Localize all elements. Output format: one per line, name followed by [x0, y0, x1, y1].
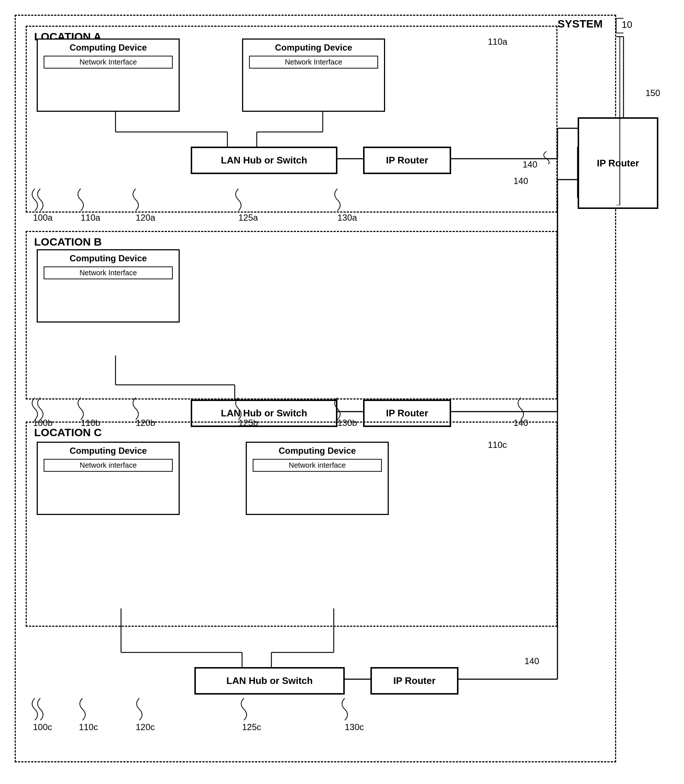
wavy-a5 — [330, 187, 345, 213]
device-a1-title: Computing Device — [38, 40, 179, 54]
device-b1-title: Computing Device — [38, 250, 179, 265]
wavy-a2 — [73, 187, 88, 213]
wavy-a1 — [29, 187, 52, 213]
ref-110c: 110c — [79, 722, 98, 732]
wavy-c4 — [237, 696, 251, 722]
device-a2-title: Computing Device — [243, 40, 384, 54]
computing-device-b1: Computing Device Network Interface — [37, 249, 180, 322]
ref-125a: 125a — [239, 213, 258, 223]
ref-110a-top: 110a — [488, 37, 507, 47]
wavy-c5 — [337, 696, 352, 722]
device-c2-interface: Network interface — [253, 459, 382, 472]
device-c1-title: Computing Device — [38, 443, 179, 457]
computing-device-a2: Computing Device Network Interface — [242, 39, 385, 112]
wavy-b2 — [73, 396, 88, 422]
lan-hub-c: LAN Hub or Switch — [194, 667, 345, 695]
location-b-label: LOCATION B — [34, 236, 102, 248]
ref-130a: 130a — [337, 213, 357, 223]
ref-125c: 125c — [242, 722, 261, 732]
wavy-b5 — [330, 396, 345, 422]
computing-device-a1: Computing Device Network Interface — [37, 39, 180, 112]
wavy-140 — [539, 150, 554, 164]
computing-device-c1: Computing Device Network interface — [37, 442, 180, 515]
ref-120c: 120c — [136, 722, 155, 732]
ref-140a: 140 — [513, 176, 528, 186]
system-ref-bracket — [613, 14, 631, 37]
location-c-label: LOCATION C — [34, 426, 102, 439]
device-a2-interface: Network Interface — [249, 56, 378, 69]
ref-120a: 120a — [136, 213, 155, 223]
ref-150: 150 — [645, 88, 660, 98]
wavy-c1 — [29, 696, 52, 722]
computing-device-c2: Computing Device Network interface — [246, 442, 389, 515]
system-label: SYSTEM — [558, 18, 603, 30]
diagram-container: SYSTEM 10 LOCATION A Computing Device Ne… — [15, 14, 668, 773]
ip-router-a: IP Router — [363, 146, 451, 174]
wavy-b3 — [128, 396, 143, 422]
wavy-a4 — [231, 187, 246, 213]
ref-140c: 140 — [524, 656, 539, 666]
lan-hub-a: LAN Hub or Switch — [191, 146, 337, 174]
wavy-a3 — [128, 187, 143, 213]
wavy-c2 — [75, 696, 90, 722]
wavy-c3 — [132, 696, 147, 722]
wavy-b1 — [29, 396, 52, 422]
device-c2-title: Computing Device — [247, 443, 388, 457]
ref-150-bracket — [616, 37, 645, 205]
ref-140-right: 140 — [523, 159, 537, 170]
wavy-b6 — [513, 396, 528, 422]
device-c1-interface: Network interface — [44, 459, 173, 472]
ref-130c: 130c — [345, 722, 364, 732]
wavy-b4 — [231, 396, 246, 422]
device-a1-interface: Network Interface — [44, 56, 173, 69]
device-b1-interface: Network Interface — [44, 266, 173, 279]
ip-router-c: IP Router — [370, 667, 458, 695]
ref-110c-top: 110c — [488, 440, 507, 450]
ref-100c: 100c — [33, 722, 52, 732]
ref-110a: 110a — [81, 213, 100, 223]
ref-100a: 100a — [33, 213, 52, 223]
